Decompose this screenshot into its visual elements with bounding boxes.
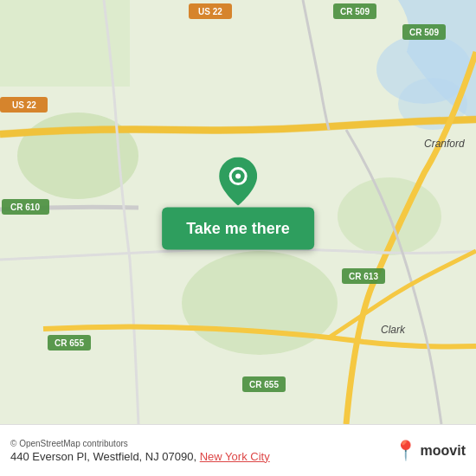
svg-text:CR 613: CR 613 xyxy=(349,272,378,281)
cta-button-container: Take me there xyxy=(162,156,314,250)
moovit-pin-icon: 📍 xyxy=(394,440,417,462)
svg-text:Cranford: Cranford xyxy=(424,138,465,150)
moovit-text: moovit xyxy=(421,443,466,459)
svg-text:CR 509: CR 509 xyxy=(340,7,370,16)
bottom-bar: © OpenStreetMap contributors 440 Everson… xyxy=(0,424,476,476)
svg-point-26 xyxy=(235,174,241,179)
svg-text:CR 610: CR 610 xyxy=(10,203,40,212)
svg-text:CR 509: CR 509 xyxy=(409,28,439,37)
address-main: 440 Everson Pl, Westfield, NJ 07090, xyxy=(10,450,196,463)
svg-point-2 xyxy=(182,251,338,355)
moovit-logo: 📍 moovit xyxy=(394,440,466,462)
take-me-there-button[interactable]: Take me there xyxy=(162,208,314,250)
osm-attribution: © OpenStreetMap contributors xyxy=(10,439,270,448)
svg-text:US 22: US 22 xyxy=(12,100,36,110)
svg-text:Clark: Clark xyxy=(381,324,406,336)
address-text: 440 Everson Pl, Westfield, NJ 07090, New… xyxy=(10,450,270,463)
svg-text:US 22: US 22 xyxy=(198,7,222,16)
map-container: US 22 US 22 CR 509 CR 509 CR 610 CR 655 … xyxy=(0,0,476,424)
location-pin-icon xyxy=(216,156,260,208)
svg-rect-4 xyxy=(0,0,130,87)
svg-text:CR 655: CR 655 xyxy=(249,380,279,389)
svg-point-1 xyxy=(17,113,138,199)
svg-text:CR 655: CR 655 xyxy=(55,338,84,348)
bottom-left: © OpenStreetMap contributors 440 Everson… xyxy=(10,439,270,463)
address-city: New York City xyxy=(200,450,270,463)
